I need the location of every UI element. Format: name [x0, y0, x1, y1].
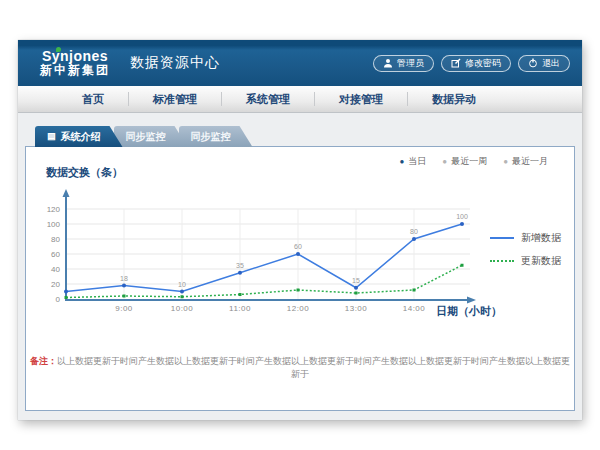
app-header: Synjones 新中新集团 数据资源中心 管理员 修改密码	[18, 40, 582, 86]
svg-text:80: 80	[51, 235, 60, 244]
line-chart: 0204060801001209:0010:0011:0012:0013:001…	[42, 187, 482, 337]
tab-sync-monitor-1-label: 同步监控	[126, 126, 166, 147]
radio-last-week-label: 最近一周	[451, 155, 487, 168]
nav-item-standard-mgmt[interactable]: 标准管理	[129, 92, 222, 106]
main-nav: 首页 标准管理 系统管理 对接管理 数据异动	[18, 86, 582, 113]
svg-text:120: 120	[47, 205, 61, 214]
svg-text:13:00: 13:00	[345, 304, 368, 313]
svg-text:100: 100	[47, 220, 61, 229]
svg-text:18: 18	[120, 275, 128, 282]
tab-sync-monitor-1[interactable]: 同步监控	[114, 126, 188, 147]
page-background: Synjones 新中新集团 数据资源中心 管理员 修改密码	[0, 0, 600, 450]
svg-text:9:00: 9:00	[115, 304, 133, 313]
app-title: 数据资源中心	[130, 54, 220, 72]
change-password-button[interactable]: 修改密码	[441, 55, 511, 72]
company-logo: Synjones 新中新集团	[40, 49, 110, 76]
blue-line-swatch-icon	[490, 237, 514, 239]
power-icon	[528, 58, 538, 68]
tab-sync-monitor-2-label: 同步监控	[191, 126, 231, 147]
line-chart-svg: 0204060801001209:0010:0011:0012:0013:001…	[42, 187, 482, 337]
radio-last-month[interactable]: ● 最近一月	[503, 155, 548, 168]
svg-text:80: 80	[410, 228, 418, 235]
y-axis-arrow-icon	[63, 189, 70, 197]
green-dotted-swatch-icon	[490, 260, 514, 262]
svg-text:0: 0	[56, 295, 61, 304]
tab-system-intro-label: 系统介绍	[61, 126, 101, 147]
user-icon	[383, 58, 393, 68]
nav-item-interface-mgmt[interactable]: 对接管理	[315, 92, 408, 106]
svg-text:60: 60	[51, 250, 60, 259]
chart-legend: 新增数据 更新数据	[490, 231, 561, 268]
svg-text:12:00: 12:00	[287, 304, 310, 313]
user-button-label: 管理员	[397, 57, 424, 70]
footnote: 备注：以上数据更新于时间产生数据以上数据更新于时间产生数据以上数据更新于时间产生…	[26, 355, 574, 381]
footnote-label: 备注：	[30, 356, 57, 366]
radio-last-month-label: 最近一月	[512, 155, 548, 168]
legend-updated-data-label: 更新数据	[521, 254, 561, 268]
user-button[interactable]: 管理员	[373, 55, 434, 72]
radio-today-label: 当日	[408, 155, 426, 168]
tab-bar: ▤ 系统介绍 同步监控 同步监控	[18, 126, 582, 147]
nav-item-data-change[interactable]: 数据异动	[408, 92, 500, 106]
document-icon: ▤	[47, 132, 56, 141]
logo-subtext: 新中新集团	[40, 64, 110, 77]
legend-new-data-label: 新增数据	[521, 231, 561, 245]
footnote-text: 以上数据更新于时间产生数据以上数据更新于时间产生数据以上数据更新于时间产生数据以…	[57, 356, 570, 379]
logout-label: 退出	[542, 57, 560, 70]
chart-panel: ● 当日 ● 最近一周 ● 最近一月 数据交换（条） 0204060801001…	[25, 146, 575, 411]
radio-dot-icon: ●	[442, 158, 447, 166]
svg-text:60: 60	[294, 243, 302, 250]
svg-text:20: 20	[51, 280, 60, 289]
tab-sync-monitor-2[interactable]: 同步监控	[179, 126, 253, 147]
y-axis-title: 数据交换（条）	[46, 165, 123, 180]
nav-item-home[interactable]: 首页	[58, 92, 129, 106]
svg-text:100: 100	[456, 213, 468, 220]
svg-text:40: 40	[51, 265, 60, 274]
header-actions: 管理员 修改密码 退出	[373, 55, 570, 72]
logo-text: Synjones	[40, 49, 110, 64]
edit-icon	[451, 58, 461, 68]
logout-button[interactable]: 退出	[518, 55, 570, 72]
legend-item-new-data: 新增数据	[490, 231, 561, 245]
legend-item-updated-data: 更新数据	[490, 254, 561, 268]
change-password-label: 修改密码	[465, 57, 501, 70]
nav-item-system-mgmt[interactable]: 系统管理	[222, 92, 315, 106]
content-area: ▤ 系统介绍 同步监控 同步监控 ● 当日 ●	[18, 113, 582, 420]
radio-dot-icon: ●	[503, 158, 508, 166]
svg-text:10:00: 10:00	[171, 304, 194, 313]
radio-today[interactable]: ● 当日	[399, 155, 426, 168]
x-axis-title: 日期（小时）	[436, 304, 516, 319]
svg-text:15: 15	[352, 277, 360, 284]
x-axis-arrow-icon	[467, 297, 476, 304]
svg-text:10: 10	[178, 281, 186, 288]
period-selector: ● 当日 ● 最近一周 ● 最近一月	[399, 155, 548, 168]
app-window: Synjones 新中新集团 数据资源中心 管理员 修改密码	[18, 40, 582, 420]
svg-text:11:00: 11:00	[229, 304, 251, 313]
tab-system-intro[interactable]: ▤ 系统介绍	[35, 126, 123, 147]
radio-dot-icon: ●	[399, 158, 404, 166]
radio-last-week[interactable]: ● 最近一周	[442, 155, 487, 168]
svg-text:14:00: 14:00	[403, 304, 426, 313]
svg-text:35: 35	[236, 262, 244, 269]
